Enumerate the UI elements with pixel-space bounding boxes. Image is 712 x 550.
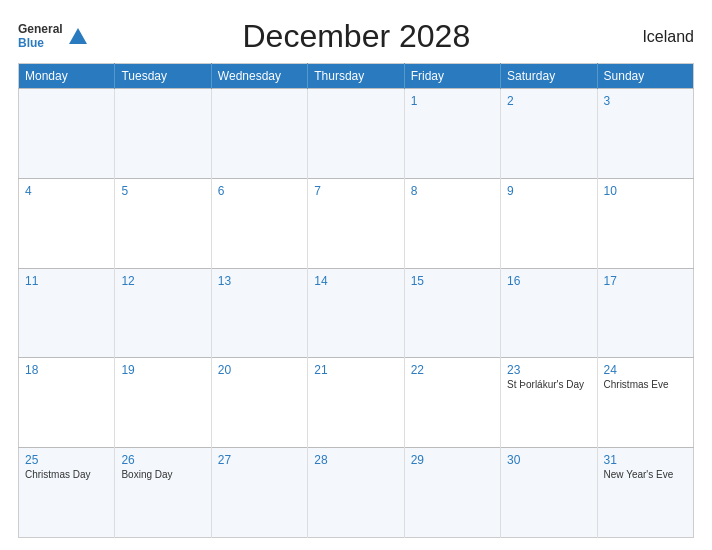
- calendar-cell: 9: [501, 178, 597, 268]
- calendar-cell: [19, 89, 115, 179]
- page-title: December 2028: [89, 18, 624, 55]
- col-header-wednesday: Wednesday: [211, 64, 307, 89]
- day-number: 20: [218, 363, 301, 377]
- day-number: 9: [507, 184, 590, 198]
- day-number: 5: [121, 184, 204, 198]
- logo-general-text: General: [18, 23, 63, 36]
- day-number: 21: [314, 363, 397, 377]
- calendar-cell: 1: [404, 89, 500, 179]
- day-number: 13: [218, 274, 301, 288]
- calendar-week-row: 45678910: [19, 178, 694, 268]
- day-number: 19: [121, 363, 204, 377]
- day-number: 22: [411, 363, 494, 377]
- day-number: 28: [314, 453, 397, 467]
- calendar-cell: [115, 89, 211, 179]
- calendar-cell: 23St Þorlákur's Day: [501, 358, 597, 448]
- calendar-week-row: 11121314151617: [19, 268, 694, 358]
- calendar-week-row: 123: [19, 89, 694, 179]
- day-number: 12: [121, 274, 204, 288]
- calendar-cell: 15: [404, 268, 500, 358]
- calendar-cell: 10: [597, 178, 693, 268]
- day-number: 27: [218, 453, 301, 467]
- calendar-event: Christmas Day: [25, 468, 108, 481]
- calendar-cell: 5: [115, 178, 211, 268]
- header: General Blue December 2028 Iceland: [18, 18, 694, 55]
- day-number: 11: [25, 274, 108, 288]
- calendar-cell: 14: [308, 268, 404, 358]
- col-header-tuesday: Tuesday: [115, 64, 211, 89]
- calendar-cell: [211, 89, 307, 179]
- col-header-saturday: Saturday: [501, 64, 597, 89]
- day-number: 14: [314, 274, 397, 288]
- calendar-page: General Blue December 2028 Iceland Monda…: [0, 0, 712, 550]
- calendar-cell: 20: [211, 358, 307, 448]
- calendar-cell: 12: [115, 268, 211, 358]
- calendar-cell: [308, 89, 404, 179]
- calendar-cell: 25Christmas Day: [19, 448, 115, 538]
- day-number: 16: [507, 274, 590, 288]
- svg-marker-0: [69, 28, 87, 44]
- calendar-week-row: 181920212223St Þorlákur's Day24Christmas…: [19, 358, 694, 448]
- calendar-cell: 13: [211, 268, 307, 358]
- day-number: 30: [507, 453, 590, 467]
- calendar-cell: 29: [404, 448, 500, 538]
- calendar-cell: 30: [501, 448, 597, 538]
- calendar-cell: 2: [501, 89, 597, 179]
- calendar-cell: 4: [19, 178, 115, 268]
- day-number: 4: [25, 184, 108, 198]
- col-header-monday: Monday: [19, 64, 115, 89]
- day-number: 8: [411, 184, 494, 198]
- calendar-event: Boxing Day: [121, 468, 204, 481]
- calendar-cell: 31New Year's Eve: [597, 448, 693, 538]
- calendar-event: St Þorlákur's Day: [507, 378, 590, 391]
- calendar-cell: 11: [19, 268, 115, 358]
- day-number: 31: [604, 453, 687, 467]
- calendar-cell: 22: [404, 358, 500, 448]
- calendar-cell: 16: [501, 268, 597, 358]
- col-header-friday: Friday: [404, 64, 500, 89]
- calendar-cell: 6: [211, 178, 307, 268]
- day-number: 18: [25, 363, 108, 377]
- day-number: 2: [507, 94, 590, 108]
- day-number: 26: [121, 453, 204, 467]
- calendar-cell: 26Boxing Day: [115, 448, 211, 538]
- logo: General Blue: [18, 23, 89, 49]
- logo-icon: [67, 26, 89, 48]
- day-number: 6: [218, 184, 301, 198]
- country-label: Iceland: [624, 28, 694, 46]
- logo-blue-text: Blue: [18, 37, 63, 50]
- day-number: 24: [604, 363, 687, 377]
- day-number: 15: [411, 274, 494, 288]
- calendar-event: Christmas Eve: [604, 378, 687, 391]
- calendar-cell: 17: [597, 268, 693, 358]
- day-number: 10: [604, 184, 687, 198]
- calendar-cell: 18: [19, 358, 115, 448]
- day-number: 29: [411, 453, 494, 467]
- calendar-header-row: MondayTuesdayWednesdayThursdayFridaySatu…: [19, 64, 694, 89]
- col-header-sunday: Sunday: [597, 64, 693, 89]
- day-number: 17: [604, 274, 687, 288]
- calendar-cell: 27: [211, 448, 307, 538]
- calendar-cell: 21: [308, 358, 404, 448]
- day-number: 23: [507, 363, 590, 377]
- day-number: 1: [411, 94, 494, 108]
- calendar-cell: 19: [115, 358, 211, 448]
- day-number: 3: [604, 94, 687, 108]
- calendar-week-row: 25Christmas Day26Boxing Day2728293031New…: [19, 448, 694, 538]
- calendar-cell: 7: [308, 178, 404, 268]
- day-number: 7: [314, 184, 397, 198]
- calendar-cell: 8: [404, 178, 500, 268]
- calendar-cell: 28: [308, 448, 404, 538]
- calendar-event: New Year's Eve: [604, 468, 687, 481]
- calendar-cell: 24Christmas Eve: [597, 358, 693, 448]
- col-header-thursday: Thursday: [308, 64, 404, 89]
- calendar-cell: 3: [597, 89, 693, 179]
- calendar-table: MondayTuesdayWednesdayThursdayFridaySatu…: [18, 63, 694, 538]
- day-number: 25: [25, 453, 108, 467]
